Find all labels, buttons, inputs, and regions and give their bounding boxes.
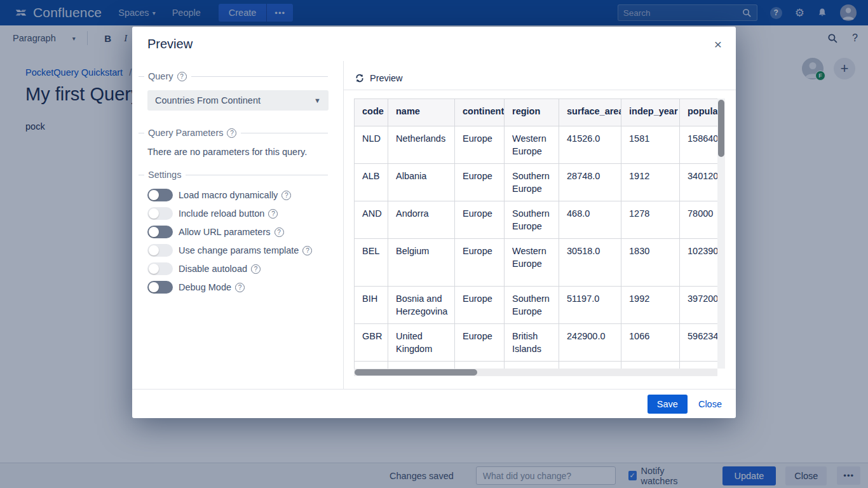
toggle-label: Use change params template? [179, 245, 312, 255]
table-cell: 468.0 [559, 201, 621, 239]
close-icon[interactable]: × [714, 37, 722, 51]
table-cell: GBR [355, 324, 388, 362]
preview-modal: Preview × Query ? Countries From Contine… [132, 27, 736, 418]
table-header-row: codenamecontinentregionsurface_areaindep… [355, 99, 726, 126]
table-cell: 1912 [621, 164, 680, 201]
table-cell: Belgium [388, 239, 455, 287]
table-cell: 28748.0 [559, 164, 621, 201]
toggle-switch[interactable] [147, 244, 173, 257]
horizontal-scrollbar[interactable] [354, 369, 717, 376]
setting-toggle-row: Include reload button? [147, 207, 328, 220]
table-cell: 1992 [621, 287, 680, 324]
params-section-legend: Query Parameters ? [139, 128, 328, 138]
toggle-knob [149, 227, 159, 237]
vertical-scrollbar-thumb[interactable] [718, 100, 724, 157]
toggle-label: Disable autoload? [179, 264, 261, 274]
toggle-help-icon[interactable]: ? [251, 264, 261, 274]
setting-toggle-row: Disable autoload? [147, 262, 328, 275]
table-cell: British Islands [505, 324, 559, 362]
table-row: GBRUnited KingdomEuropeBritish Islands24… [355, 324, 726, 362]
table-row: ANDAndorraEuropeSouthern Europe468.01278… [355, 201, 726, 239]
save-button[interactable]: Save [648, 395, 688, 414]
settings-toggles: Load macro dynamically?Include reload bu… [147, 189, 328, 294]
horizontal-scrollbar-thumb[interactable] [355, 369, 477, 376]
toggle-help-icon[interactable]: ? [235, 283, 245, 292]
column-header-region: region [505, 99, 559, 126]
query-legend-label: Query [148, 71, 173, 81]
column-header-continent: continent [455, 99, 505, 126]
table-cell: Europe [455, 239, 505, 287]
toggle-help-icon[interactable]: ? [268, 209, 278, 219]
table-row: BIHBosnia and HerzegovinaEuropeSouthern … [355, 287, 726, 324]
result-table: codenamecontinentregionsurface_areaindep… [354, 98, 725, 369]
toggle-help-icon[interactable]: ? [302, 246, 312, 255]
table-cell: Europe [455, 362, 505, 369]
table-cell: Europe [455, 201, 505, 239]
table-cell: 1581 [621, 126, 680, 164]
table-cell: Eastern Europe [505, 362, 559, 369]
toggle-knob [149, 245, 159, 255]
toggle-label: Include reload button? [179, 208, 278, 219]
params-help-icon[interactable]: ? [227, 128, 236, 138]
column-header-surface_area: surface_area [559, 99, 621, 126]
refresh-icon[interactable] [355, 73, 365, 83]
setting-toggle-row: Load macro dynamically? [147, 189, 328, 201]
preview-panel-header: Preview [344, 61, 736, 90]
table-cell: Southern Europe [505, 164, 559, 201]
toggle-knob [149, 190, 159, 200]
toggle-label: Debug Mode? [179, 282, 245, 292]
modal-header: Preview × [132, 27, 736, 61]
toggle-help-icon[interactable]: ? [275, 227, 284, 237]
setting-toggle-row: Use change params template? [147, 244, 328, 257]
column-header-indep_year: indep_year [621, 99, 680, 126]
toggle-switch[interactable] [147, 189, 173, 201]
query-help-icon[interactable]: ? [177, 72, 187, 81]
modal-title: Preview [147, 37, 193, 51]
column-header-code: code [355, 99, 388, 126]
table-cell: Western Europe [505, 126, 559, 164]
query-selected-value: Countries From Continent [155, 95, 314, 105]
table-row: NLDNetherlandsEuropeWestern Europe41526.… [355, 126, 726, 164]
modal-close-button[interactable]: Close [698, 399, 722, 409]
chevron-down-icon: ▼ [314, 97, 321, 104]
settings-section-legend: Settings [139, 170, 328, 180]
table-cell: Europe [455, 287, 505, 324]
table-cell: BEL [355, 239, 388, 287]
table-cell: Western Europe [505, 239, 559, 287]
table-cell: BIH [355, 287, 388, 324]
table-cell: 1066 [621, 324, 680, 362]
table-cell: 41526.0 [559, 126, 621, 164]
toggle-knob [149, 264, 159, 274]
vertical-scrollbar[interactable] [717, 98, 725, 369]
table-cell: BGR [355, 362, 388, 369]
query-select-dropdown[interactable]: Countries From Continent ▼ [147, 90, 329, 111]
table-cell: Netherlands [388, 126, 455, 164]
params-legend-label: Query Parameters [148, 128, 223, 138]
table-cell: Albania [388, 164, 455, 201]
table-cell: Europe [455, 164, 505, 201]
settings-legend-label: Settings [148, 170, 181, 180]
toggle-knob [149, 208, 159, 219]
table-cell: Europe [455, 126, 505, 164]
table-cell: 242900.0 [559, 324, 621, 362]
table-cell: Southern Europe [505, 287, 559, 324]
modal-footer: Save Close [132, 389, 736, 418]
table-cell: 1278 [621, 201, 680, 239]
result-table-zone: codenamecontinentregionsurface_areaindep… [354, 98, 725, 376]
setting-toggle-row: Debug Mode? [147, 281, 328, 294]
toggle-switch[interactable] [147, 207, 173, 220]
table-cell: 51197.0 [559, 287, 621, 324]
toggle-switch[interactable] [147, 281, 173, 294]
table-cell: Southern Europe [505, 201, 559, 239]
toggle-label: Load macro dynamically? [179, 190, 291, 200]
table-cell: ALB [355, 164, 388, 201]
toggle-switch[interactable] [147, 226, 173, 238]
toggle-label: Allow URL parameters? [179, 227, 284, 237]
table-cell: United Kingdom [388, 324, 455, 362]
table-cell: Europe [455, 324, 505, 362]
toggle-help-icon[interactable]: ? [281, 191, 291, 200]
table-cell: Bosnia and Herzegovina [388, 287, 455, 324]
table-row: ALBAlbaniaEuropeSouthern Europe28748.019… [355, 164, 726, 201]
toggle-switch[interactable] [147, 262, 173, 275]
setting-toggle-row: Allow URL parameters? [147, 226, 328, 238]
